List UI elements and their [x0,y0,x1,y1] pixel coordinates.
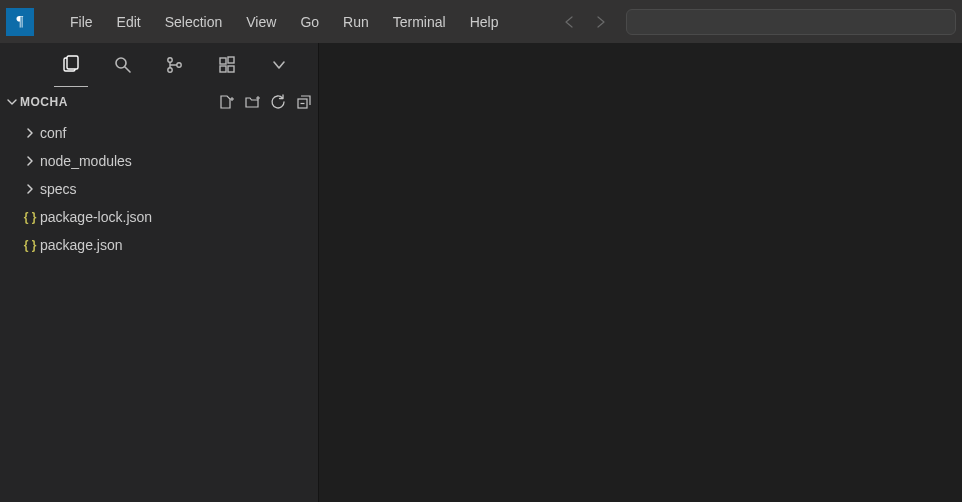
new-file-icon[interactable] [218,94,234,110]
svg-rect-8 [220,66,226,72]
chevron-down-icon [6,96,20,108]
menu-selection[interactable]: Selection [155,10,233,34]
menu-go[interactable]: Go [290,10,329,34]
app-logo-icon: ¶ [6,8,34,36]
menu-file[interactable]: File [60,10,103,34]
editor-area [319,43,962,502]
svg-rect-10 [228,57,234,63]
sidebar: MOCHA conf [0,43,319,502]
tree-item-label: conf [40,125,66,141]
svg-rect-7 [220,58,226,64]
project-name: MOCHA [20,95,68,109]
explorer-header[interactable]: MOCHA [0,87,318,117]
tree-item-label: package-lock.json [40,209,152,225]
svg-point-6 [177,63,181,67]
menu-help[interactable]: Help [460,10,509,34]
tree-folder[interactable]: node_modules [0,147,318,175]
menu-edit[interactable]: Edit [107,10,151,34]
tree-item-label: node_modules [40,153,132,169]
panel-explorer-icon[interactable] [58,52,84,78]
command-center-input[interactable] [626,9,956,35]
chevron-right-icon [20,183,40,195]
collapse-all-icon[interactable] [296,94,312,110]
refresh-icon[interactable] [270,94,286,110]
json-file-icon: { } [20,210,40,224]
menu-terminal[interactable]: Terminal [383,10,456,34]
svg-rect-1 [67,56,78,69]
tree-folder[interactable]: specs [0,175,318,203]
json-file-icon: { } [20,238,40,252]
chevron-right-icon [20,155,40,167]
nav-back-icon[interactable] [558,10,582,34]
file-tree: conf node_modules specs { } package-lock… [0,117,318,259]
panel-more-icon[interactable] [266,52,292,78]
tree-folder[interactable]: conf [0,119,318,147]
svg-point-4 [168,58,172,62]
menu-run[interactable]: Run [333,10,379,34]
tree-item-label: package.json [40,237,123,253]
new-folder-icon[interactable] [244,94,260,110]
chevron-right-icon [20,127,40,139]
titlebar: ¶ File Edit Selection View Go Run Termin… [0,0,962,43]
svg-line-3 [125,67,130,72]
svg-point-5 [168,68,172,72]
sidebar-panel-switcher [0,43,318,87]
panel-extensions-icon[interactable] [214,52,240,78]
menu-view[interactable]: View [236,10,286,34]
panel-search-icon[interactable] [110,52,136,78]
nav-forward-icon[interactable] [588,10,612,34]
tree-file-json[interactable]: { } package.json [0,231,318,259]
tree-item-label: specs [40,181,77,197]
tree-file-json[interactable]: { } package-lock.json [0,203,318,231]
svg-rect-9 [228,66,234,72]
panel-source-control-icon[interactable] [162,52,188,78]
